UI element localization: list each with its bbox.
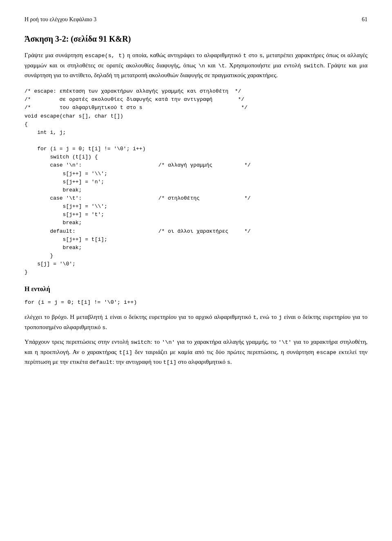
header-left: Η ροή του ελέγχου Κεφάλαιο 3 bbox=[24, 16, 96, 23]
code-i-var: i bbox=[105, 314, 108, 321]
code-t: t bbox=[243, 53, 247, 59]
page-header: Η ροή του ελέγχου Κεφάλαιο 3 61 bbox=[24, 16, 368, 23]
code-switch2: switch bbox=[131, 339, 151, 345]
code-backslash-n: '\n' bbox=[162, 339, 175, 345]
code-escape-fn: escape(s, t) bbox=[85, 53, 125, 59]
code-default: default bbox=[89, 359, 113, 365]
code-t2: t bbox=[253, 314, 256, 321]
code-s2: s bbox=[102, 325, 105, 331]
code-block-escape: /* escape: επέκταση των χαρακτήρων αλλαγ… bbox=[24, 87, 368, 276]
code-escape2: escape bbox=[316, 350, 336, 356]
explanation-2: Υπάρχουν τρεις περιπτώσεις στην εντολή s… bbox=[24, 337, 368, 367]
page-title: Άσκηση 3-2: (σελίδα 91 K&R) bbox=[24, 34, 368, 44]
code-s3: s bbox=[227, 359, 230, 365]
code-backslash-t: '\t' bbox=[278, 339, 292, 345]
explanation-1: ελέγχει το βρόχο. Η μεταβλητή i είναι ο … bbox=[24, 312, 368, 332]
code-switch: switch bbox=[303, 63, 323, 69]
intro-paragraph: Γράψτε μια συνάρτηση escape(s, t) η οποί… bbox=[24, 50, 368, 80]
code-for-stmt: for (i = j = 0; t[i] != '\0'; i++) bbox=[24, 299, 137, 305]
code-newline: \n bbox=[198, 63, 205, 69]
code-j-var: j bbox=[278, 314, 282, 321]
code-ti: t[i] bbox=[119, 350, 132, 356]
code-ti2: t[i] bbox=[163, 359, 176, 365]
code-tab: \t bbox=[218, 63, 225, 69]
for-statement-line: for (i = j = 0; t[i] != '\0'; i++) bbox=[24, 297, 368, 307]
header-right: 61 bbox=[362, 16, 368, 23]
code-s: s bbox=[259, 53, 263, 59]
section-label: Η εντολή bbox=[24, 285, 368, 293]
